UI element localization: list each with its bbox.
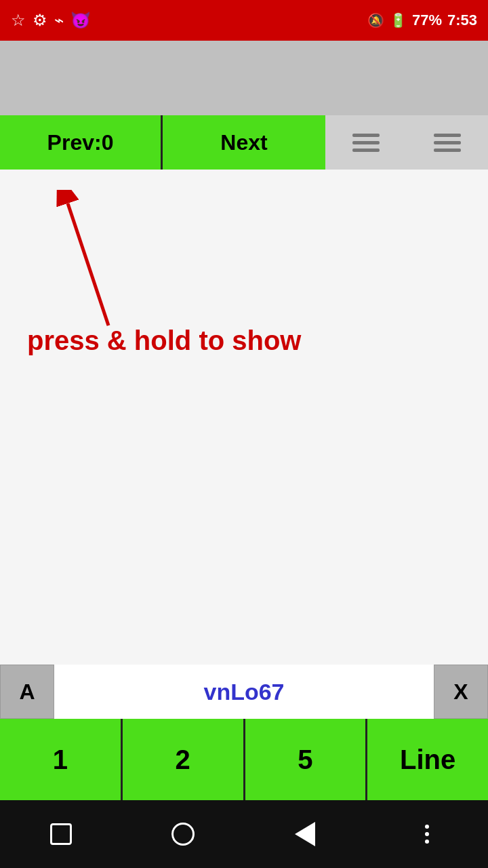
main-content: press & hold to show xyxy=(0,170,488,698)
star-icon: ☆ xyxy=(11,11,26,30)
text-input-display[interactable]: vnLo67 xyxy=(54,665,434,719)
ad-banner xyxy=(0,41,488,115)
circle-icon xyxy=(171,823,195,846)
time-display: 7:53 xyxy=(447,12,477,29)
arrow-annotation xyxy=(54,190,136,339)
notification-icon: 🔕 xyxy=(367,12,384,28)
android-home-button[interactable] xyxy=(166,817,200,851)
battery-icon: 🔋 xyxy=(390,12,407,28)
android-more-button[interactable] xyxy=(410,817,444,851)
prev-button[interactable]: Prev:0 xyxy=(0,115,163,170)
square-icon xyxy=(50,823,72,845)
android-square-button[interactable] xyxy=(44,817,78,851)
key-5[interactable]: 5 xyxy=(245,719,368,800)
key-1[interactable]: 1 xyxy=(0,719,123,800)
keyboard-area: A vnLo67 X 1 2 5 Line xyxy=(0,665,488,800)
key-line[interactable]: Line xyxy=(367,719,488,800)
menu-button-2[interactable] xyxy=(407,115,488,170)
android-nav-bar xyxy=(0,800,488,868)
status-right-info: 🔕 🔋 77% 7:53 xyxy=(367,12,477,29)
usb-icon: ⌁ xyxy=(54,11,64,30)
triangle-icon xyxy=(295,822,315,846)
hamburger-icon-1 xyxy=(352,134,380,152)
android-back-button[interactable] xyxy=(288,817,322,851)
key-a-button[interactable]: A xyxy=(0,665,54,719)
number-row: 1 2 5 Line xyxy=(0,719,488,800)
nav-bar: Prev:0 Next xyxy=(0,115,488,170)
hamburger-icon-2 xyxy=(434,134,461,152)
status-bar: ☆ ⚙ ⌁ 😈 🔕 🔋 77% 7:53 xyxy=(0,0,488,41)
next-button[interactable]: Next xyxy=(163,115,325,170)
hint-text: press & hold to show xyxy=(27,326,301,356)
input-row: A vnLo67 X xyxy=(0,665,488,719)
menu-button-1[interactable] xyxy=(325,115,407,170)
dots-icon xyxy=(425,825,429,844)
svg-line-1 xyxy=(68,203,108,326)
battery-percent: 77% xyxy=(412,12,442,29)
key-2[interactable]: 2 xyxy=(123,719,245,800)
devil-icon: 😈 xyxy=(70,11,91,30)
gear-icon: ⚙ xyxy=(33,11,47,30)
key-x-button[interactable]: X xyxy=(434,665,488,719)
status-left-icons: ☆ ⚙ ⌁ 😈 xyxy=(11,11,91,30)
